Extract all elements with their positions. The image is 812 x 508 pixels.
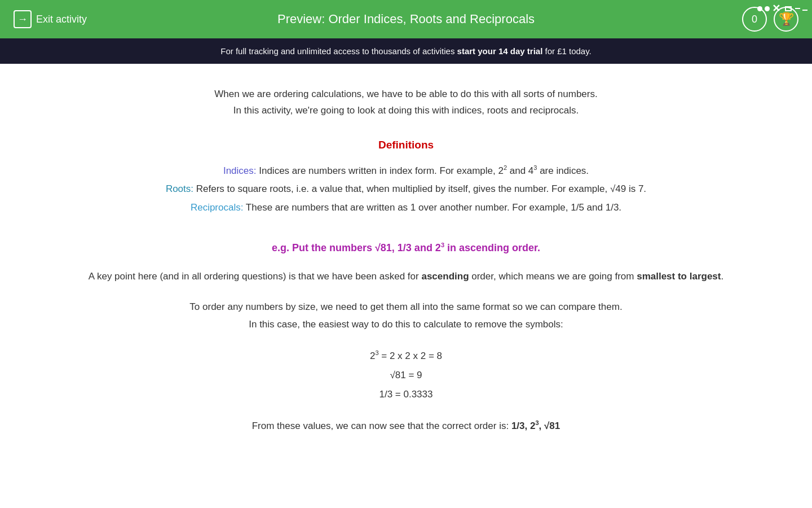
exit-label: Exit activity — [36, 14, 87, 25]
key-point-end: . — [721, 271, 723, 282]
trial-banner: For full tracking and unlimited access t… — [0, 38, 812, 64]
banner-cta: start your 14 day trial — [457, 46, 543, 56]
calc-line-1: 23 = 2 x 2 x 2 = 8 — [68, 347, 744, 366]
intro-line-2: In this activity, we're going to look at… — [68, 103, 744, 119]
smallest-largest-bold: smallest to largest — [637, 271, 721, 282]
ordering-line-1: To order any numbers by size, we need to… — [68, 299, 744, 316]
calc-line-2: √81 = 9 — [68, 366, 744, 385]
key-point-before: A key point here (and in all ordering qu… — [89, 271, 422, 282]
banner-text-before: For full tracking and unlimited access t… — [220, 46, 457, 56]
roots-term: Roots: — [166, 183, 193, 194]
final-answer: From these values, we can now see that t… — [68, 418, 744, 435]
indices-term: Indices: — [223, 165, 257, 176]
reciprocals-definition: Reciprocals: These are numbers that are … — [68, 199, 744, 217]
intro-line-1: When we are ordering calculations, we ha… — [68, 86, 744, 103]
banner-text-after: for £1 today. — [542, 46, 591, 56]
intro-section: When we are ordering calculations, we ha… — [68, 86, 744, 119]
main-content: When we are ordering calculations, we ha… — [0, 64, 812, 458]
key-point-middle: order, which means we are going from — [469, 271, 637, 282]
exit-icon — [14, 10, 32, 28]
key-point-section: A key point here (and in all ordering qu… — [68, 268, 744, 286]
header: ✕ Exit activity Preview: Order Indices, … — [0, 0, 812, 38]
page-title: Preview: Order Indices, Roots and Recipr… — [277, 12, 535, 27]
exit-activity-button[interactable]: Exit activity — [14, 10, 87, 28]
reciprocals-term: Reciprocals: — [191, 202, 244, 213]
calc-line-3: 1/3 = 0.3333 — [68, 385, 744, 404]
indices-definition: Indices: Indices are numbers written in … — [68, 162, 744, 180]
ordering-info: To order any numbers by size, we need to… — [68, 299, 744, 333]
example-title: e.g. Put the numbers √81, 1/3 and 23 in … — [68, 239, 744, 257]
roots-text: Refers to square roots, i.e. a value tha… — [193, 183, 646, 194]
final-text-before: From these values, we can now see that t… — [252, 421, 511, 431]
calculations-block: 23 = 2 x 2 x 2 = 8 √81 = 9 1/3 = 0.3333 — [68, 347, 744, 404]
ordering-line-2: In this case, the easiest way to do this… — [68, 316, 744, 334]
final-order: 1/3, 23, √81 — [511, 421, 560, 431]
definitions-title: Definitions — [68, 136, 744, 154]
roots-definition: Roots: Refers to square roots, i.e. a va… — [68, 180, 744, 198]
definitions-block: Indices: Indices are numbers written in … — [68, 162, 744, 217]
ascending-bold: ascending — [421, 271, 469, 282]
indices-text: Indices are numbers written in index for… — [257, 165, 589, 176]
reciprocals-text: These are numbers that are written as 1 … — [243, 202, 621, 213]
